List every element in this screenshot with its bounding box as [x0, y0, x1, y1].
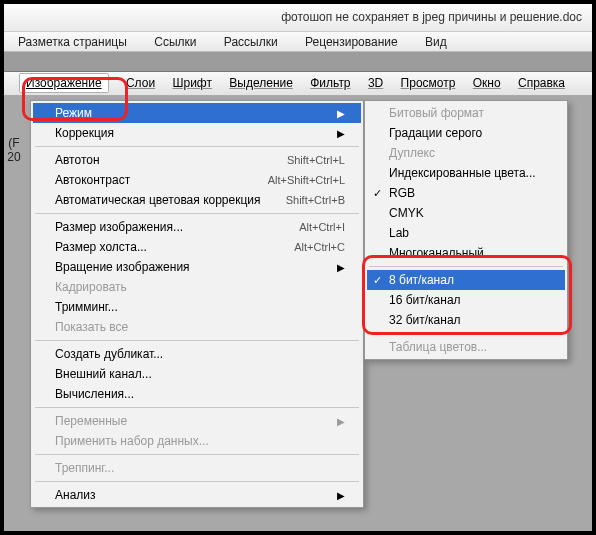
menu-3d[interactable]: 3D	[368, 76, 383, 90]
submenu-arrow-icon: ▶	[337, 108, 345, 119]
tab-links[interactable]: Ссылки	[154, 35, 196, 49]
submenu-arrow-icon: ▶	[337, 128, 345, 139]
checkmark-icon: ✓	[373, 274, 382, 287]
mode-menu-item: Дуплекс	[367, 143, 565, 163]
submenu-arrow-icon: ▶	[337, 416, 345, 427]
menu-item-label: Показать все	[55, 320, 128, 334]
title-bar: фотошоп не сохраняет в jpeg причины и ре…	[4, 4, 592, 32]
shortcut-text: Alt+Shift+Ctrl+L	[268, 174, 345, 186]
ribbon-tabs: Разметка страницы Ссылки Рассылки Реценз…	[4, 32, 592, 52]
menu-item-label: Lab	[389, 226, 409, 240]
menu-item-label: Размер холста...	[55, 240, 147, 254]
image-menu-item[interactable]: АвтоконтрастAlt+Shift+Ctrl+L	[33, 170, 361, 190]
menu-item-label: Треппинг...	[55, 461, 114, 475]
menu-item-label: Режим	[55, 106, 92, 120]
mode-menu-item[interactable]: Градации серого	[367, 123, 565, 143]
menu-item-label: Автоконтраст	[55, 173, 130, 187]
menu-item-label: Кадрировать	[55, 280, 127, 294]
image-menu-item[interactable]: АвтотонShift+Ctrl+L	[33, 150, 361, 170]
image-menu-item: Треппинг...	[33, 458, 361, 478]
menu-item-label: 16 бит/канал	[389, 293, 461, 307]
mode-menu-item[interactable]: ✓8 бит/канал	[367, 270, 565, 290]
image-menu-item[interactable]: Коррекция▶	[33, 123, 361, 143]
submenu-arrow-icon: ▶	[337, 262, 345, 273]
ribbon-toolbar	[4, 52, 592, 72]
image-menu-item[interactable]: Размер изображения...Alt+Ctrl+I	[33, 217, 361, 237]
tab-mailings[interactable]: Рассылки	[224, 35, 278, 49]
image-menu-dropdown: Режим▶Коррекция▶АвтотонShift+Ctrl+LАвток…	[30, 100, 364, 508]
image-menu-item: Кадрировать	[33, 277, 361, 297]
menu-item-label: Коррекция	[55, 126, 114, 140]
mode-menu-item[interactable]: ✓RGB	[367, 183, 565, 203]
menu-type[interactable]: Шрифт	[172, 76, 211, 90]
menu-view[interactable]: Просмотр	[401, 76, 456, 90]
menu-select[interactable]: Выделение	[229, 76, 293, 90]
menu-item-label: Размер изображения...	[55, 220, 183, 234]
menu-image[interactable]: Изображение	[19, 73, 109, 93]
menu-item-label: Многоканальный	[389, 246, 484, 260]
menu-window[interactable]: Окно	[473, 76, 501, 90]
menu-item-label: Вычисления...	[55, 387, 134, 401]
left-gutter: (F 20	[4, 96, 24, 531]
menu-item-label: Индексированные цвета...	[389, 166, 536, 180]
menu-item-label: Градации серого	[389, 126, 482, 140]
menu-filter[interactable]: Фильтр	[310, 76, 350, 90]
menu-layers[interactable]: Слои	[126, 76, 155, 90]
tab-review[interactable]: Рецензирование	[305, 35, 398, 49]
menu-item-label: Создать дубликат...	[55, 347, 163, 361]
shortcut-text: Shift+Ctrl+B	[286, 194, 345, 206]
menu-item-label: 8 бит/канал	[389, 273, 454, 287]
image-menu-item[interactable]: Размер холста...Alt+Ctrl+C	[33, 237, 361, 257]
image-menu-item[interactable]: Автоматическая цветовая коррекцияShift+C…	[33, 190, 361, 210]
menu-item-label: Применить набор данных...	[55, 434, 209, 448]
document-title: фотошоп не сохраняет в jpeg причины и ре…	[281, 10, 582, 24]
tab-page-layout[interactable]: Разметка страницы	[18, 35, 127, 49]
menu-item-label: Переменные	[55, 414, 127, 428]
menu-item-label: Автотон	[55, 153, 100, 167]
image-menu-item: Показать все	[33, 317, 361, 337]
menu-item-label: Внешний канал...	[55, 367, 152, 381]
image-menu-item[interactable]: Внешний канал...	[33, 364, 361, 384]
mode-menu-item[interactable]: CMYK	[367, 203, 565, 223]
submenu-arrow-icon: ▶	[337, 490, 345, 501]
gutter-text: 20	[4, 150, 24, 164]
tab-view[interactable]: Вид	[425, 35, 447, 49]
mode-menu-item[interactable]: Lab	[367, 223, 565, 243]
menu-item-label: 32 бит/канал	[389, 313, 461, 327]
image-menu-item[interactable]: Анализ▶	[33, 485, 361, 505]
menu-item-label: Битовый формат	[389, 106, 484, 120]
menu-help[interactable]: Справка	[518, 76, 565, 90]
menu-item-label: Автоматическая цветовая коррекция	[55, 193, 261, 207]
shortcut-text: Shift+Ctrl+L	[287, 154, 345, 166]
menu-item-label: Тримминг...	[55, 300, 118, 314]
menu-item-label: CMYK	[389, 206, 424, 220]
mode-menu-item[interactable]: 16 бит/канал	[367, 290, 565, 310]
mode-menu-item[interactable]: Индексированные цвета...	[367, 163, 565, 183]
image-menu-item: Переменные▶	[33, 411, 361, 431]
menu-item-label: Анализ	[55, 488, 96, 502]
shortcut-text: Alt+Ctrl+C	[294, 241, 345, 253]
menu-item-label: Дуплекс	[389, 146, 435, 160]
menu-item-label: Таблица цветов...	[389, 340, 487, 354]
mode-menu-item[interactable]: Многоканальный	[367, 243, 565, 263]
gutter-text: (F	[4, 136, 24, 150]
image-menu-item[interactable]: Создать дубликат...	[33, 344, 361, 364]
checkmark-icon: ✓	[373, 187, 382, 200]
image-menu-item[interactable]: Режим▶	[33, 103, 361, 123]
mode-submenu-dropdown: Битовый форматГрадации серогоДуплексИнде…	[364, 100, 568, 360]
image-menu-item: Применить набор данных...	[33, 431, 361, 451]
mode-menu-item: Битовый формат	[367, 103, 565, 123]
image-menu-item[interactable]: Вращение изображения▶	[33, 257, 361, 277]
mode-menu-item[interactable]: 32 бит/канал	[367, 310, 565, 330]
image-menu-item[interactable]: Тримминг...	[33, 297, 361, 317]
shortcut-text: Alt+Ctrl+I	[299, 221, 345, 233]
menu-item-label: RGB	[389, 186, 415, 200]
image-menu-item[interactable]: Вычисления...	[33, 384, 361, 404]
menu-item-label: Вращение изображения	[55, 260, 190, 274]
photoshop-menubar: Изображение Слои Шрифт Выделение Фильтр …	[4, 72, 592, 96]
mode-menu-item: Таблица цветов...	[367, 337, 565, 357]
